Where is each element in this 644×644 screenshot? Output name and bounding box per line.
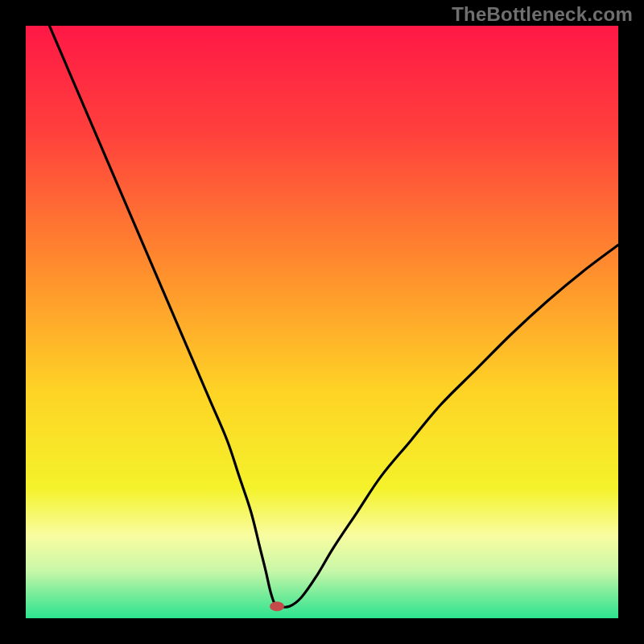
chart-frame: TheBottleneck.com bbox=[0, 0, 644, 644]
minimum-marker bbox=[270, 601, 284, 611]
plot-area bbox=[26, 26, 618, 618]
watermark-label: TheBottleneck.com bbox=[452, 3, 633, 26]
bottleneck-chart bbox=[26, 26, 618, 618]
chart-background bbox=[26, 26, 618, 618]
